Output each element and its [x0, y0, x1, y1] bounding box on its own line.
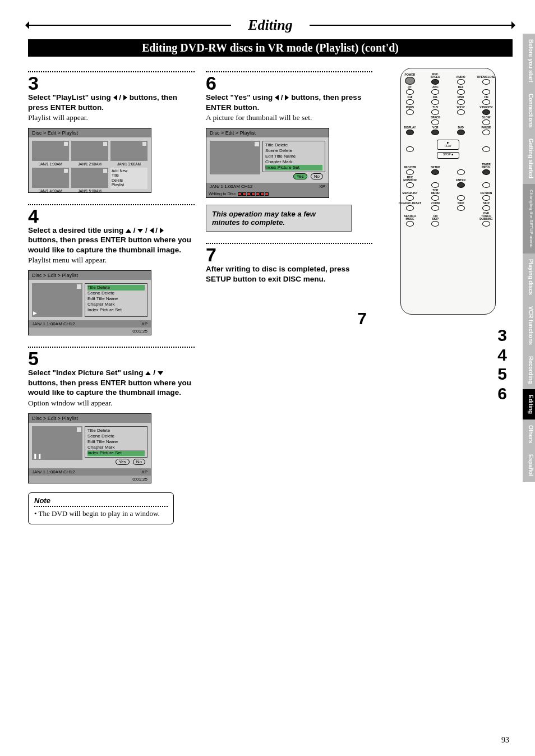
chapter-title: Editing — [237, 17, 303, 34]
thumb: JAN/1 3:00AM — [110, 141, 147, 161]
step-number-3: 3 — [28, 73, 195, 93]
option-list: Title Delete Scene Delete Edit Title Nam… — [85, 283, 147, 317]
tab: Before you start — [523, 34, 535, 88]
step6-instruction: Select "Yes" using / buttons, then press… — [206, 93, 372, 112]
option-list: Title Delete Scene Delete Edit Title Nam… — [85, 426, 147, 458]
remote-callout-7: 7 — [357, 309, 367, 328]
step-number-6: 6 — [206, 73, 372, 93]
thumb: JAN/1 2:00AM — [71, 141, 108, 161]
section-subtitle: Editing DVD-RW discs in VR mode (Playlis… — [28, 39, 513, 57]
step3-instruction: Select "PlayList" using / buttons, then … — [28, 93, 195, 112]
thumb: JAN/1 5:00AM — [71, 168, 108, 188]
step5-instruction: Select "Index Picture Set" using / butto… — [28, 368, 195, 398]
thumb: JAN/1 1:00AM — [32, 141, 69, 161]
screen-playlist-grid: Disc > Edit > Playlist JAN/1 1:00AM JAN/… — [28, 128, 151, 193]
step3-result: Playlist will appear. — [28, 113, 195, 122]
step4-instruction: Select a desired title using / / / butto… — [28, 225, 195, 255]
step4-result: Playlist menu will appear. — [28, 256, 195, 265]
grid-side-options: Add New Title Delete Playlist — [110, 168, 147, 189]
note-body: • The DVD will begin to play in a window… — [34, 509, 168, 518]
page-number: 93 — [501, 736, 509, 745]
thumb — [210, 141, 260, 174]
progress-bar — [238, 192, 269, 196]
tab: Others — [523, 420, 535, 449]
note-box: Note • The DVD will begin to play in a w… — [28, 492, 174, 524]
tab: Playing discs — [523, 253, 535, 301]
tab-active: Editing — [523, 389, 535, 420]
side-tabs: Before you start Connections Getting sta… — [523, 34, 535, 482]
screen-option-window: Disc > Edit > Playlist ❚❚ Title Delete S… — [28, 413, 151, 483]
remote-control-diagram: POWER REC SPEED AUDIO OPEN/CLOSE @!: ABC… — [400, 68, 496, 315]
remote-play-button: ▶PLAY — [437, 140, 459, 150]
tab: VCR functions — [523, 301, 535, 351]
step7-instruction: After writing to disc is completed, pres… — [206, 264, 372, 284]
step6-result: A picture for thumbnail will be set. — [206, 113, 372, 122]
step5-result: Option window will appear. — [28, 399, 195, 408]
info-box: This operation may take a few minutes to… — [206, 205, 352, 232]
step-number-5: 5 — [28, 349, 195, 368]
thumb: ▶ — [32, 283, 82, 317]
screen-playlist-menu: Disc > Edit > Playlist ▶ Title Delete Sc… — [28, 270, 151, 335]
tab: Español — [523, 449, 535, 482]
chapter-title-banner: Editing — [28, 17, 513, 34]
thumb: ❚❚ — [32, 426, 82, 460]
remote-stop-button: STOP ■ — [437, 152, 459, 159]
option-list: Title Delete Scene Delete Edit Title Nam… — [262, 141, 325, 172]
thumb: JAN/1 4:00AM — [32, 168, 69, 188]
remote-callouts-right: 3 4 5 6 — [497, 326, 507, 403]
tab: Recording — [523, 351, 535, 389]
screen-writing: Disc > Edit > Playlist Title Delete Scen… — [206, 128, 329, 198]
step-number-4: 4 — [28, 206, 195, 225]
tab: Connections — [523, 88, 535, 133]
step-number-7: 7 — [206, 245, 372, 264]
tab: Changing the SETUP menu — [523, 184, 535, 253]
tab: Getting started — [523, 133, 535, 184]
